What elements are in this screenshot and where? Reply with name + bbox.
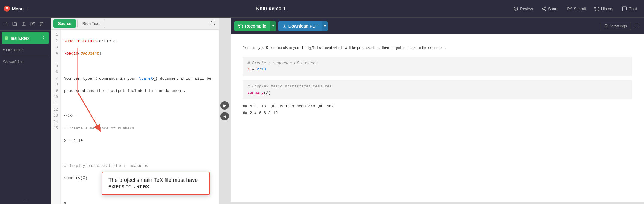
menu-logo-icon (4, 5, 10, 12)
preview-code-comment-1: # Create a sequence of numbers (247, 60, 627, 67)
delete-button[interactable] (38, 20, 46, 28)
recompile-button-group: Recompile ▾ (234, 21, 276, 31)
file-icon (5, 36, 9, 40)
tooltip-extension: .Rtex (133, 184, 149, 190)
edit-button[interactable] (29, 20, 37, 28)
file-outline-toggle[interactable]: ▾ File outline (3, 48, 48, 52)
tooltip-text: The project's main TeX file must have ex… (108, 177, 198, 189)
main-file-item[interactable]: main.Rtex ⋮ (2, 32, 49, 44)
submit-icon (567, 6, 572, 11)
open-file-button[interactable] (11, 20, 19, 28)
output-line-1: ## Min. 1st Qu. Median Mean 3rd Qu. Max. (243, 103, 632, 110)
new-file-icon (3, 22, 8, 26)
code-line-13: @ (64, 200, 215, 204)
view-logs-button[interactable]: View logs (601, 22, 631, 30)
open-folder-icon (12, 22, 17, 26)
tab-source[interactable]: Source (53, 19, 76, 28)
panel-divider[interactable]: ▶ ◀ (219, 18, 231, 204)
submit-button[interactable]: Submit (563, 4, 589, 13)
tab-rich-text[interactable]: Rich Text (77, 19, 105, 28)
download-dropdown-button[interactable]: ▾ (322, 21, 328, 31)
expand-preview-button[interactable]: ⛶ (633, 22, 640, 30)
preview-code-comment-2: # Display basic statistical measures (247, 84, 627, 90)
file-outline-label: File outline (6, 48, 23, 52)
chat-icon (622, 6, 627, 11)
file-context-menu-button[interactable]: ⋮ (40, 35, 46, 41)
output-line-2: ## 2 4 6 6 8 10 (243, 110, 632, 117)
review-icon (513, 6, 518, 11)
code-line-4a: You can type R commands in your \LaTeX{}… (64, 76, 215, 82)
nav-actions: Review Share Submit History Chat (510, 4, 640, 13)
history-button[interactable]: History (591, 4, 617, 13)
editor-toolbar-right: ⛶ (209, 20, 216, 28)
review-button[interactable]: Review (510, 4, 536, 13)
download-button-group: Download PDF ▾ (278, 21, 328, 31)
panel-expand-left-button[interactable]: ◀ (220, 112, 229, 120)
code-line-8: X = 2:10 (64, 138, 215, 144)
recompile-button[interactable]: Recompile (234, 21, 270, 31)
upload-button[interactable] (20, 20, 28, 28)
upload-file-icon (21, 22, 26, 26)
preview-code-line-2: summary(X) (247, 90, 627, 96)
trash-icon (39, 22, 44, 26)
preview-paragraph: You can type R commands in your LATEX do… (243, 43, 632, 52)
menu-label: Menu (12, 6, 24, 11)
sidebar-scroll-dots: · · · (0, 198, 51, 204)
code-line-5 (64, 101, 215, 107)
code-line-2: \begin{document} (64, 51, 215, 57)
preview-code-block-2: # Display basic statistical measures sum… (243, 80, 632, 100)
new-file-button[interactable] (2, 20, 10, 28)
line-numbers: 1 2 3 4 5 6 7 8 9 10 11 12 13 14 15 (51, 30, 61, 204)
main-area: main.Rtex ⋮ ▾ File outline We can't find… (0, 18, 644, 204)
recompile-icon (238, 24, 243, 28)
tooltip-overlay: The project's main TeX file must have ex… (102, 172, 210, 195)
code-line-6: <<>>= (64, 113, 215, 119)
upload-icon[interactable]: ↑ (26, 5, 32, 12)
code-line-10: # Display basic statistical measures (64, 163, 215, 169)
file-name: main.Rtex (11, 36, 29, 40)
download-pdf-button[interactable]: Download PDF (278, 21, 322, 31)
expand-editor-button[interactable]: ⛶ (209, 20, 216, 28)
code-line-4b: processed and their output included in t… (64, 88, 215, 94)
chat-button[interactable]: Chat (618, 4, 640, 13)
preview-output: ## Min. 1st Qu. Median Mean 3rd Qu. Max.… (243, 103, 632, 116)
preview-scrollbar[interactable] (231, 202, 644, 204)
app-title: Knitr demo 1 (32, 6, 510, 11)
editor-panel: Source Rich Text ⛶ 1 2 3 4 5 6 7 8 9 (51, 18, 219, 204)
code-line-3 (64, 63, 215, 69)
svg-point-3 (545, 7, 546, 7)
chevron-down-icon: ▾ (3, 48, 5, 52)
recompile-dropdown-button[interactable]: ▾ (270, 21, 276, 31)
preview-code-block-1: # Create a sequence of numbers X = 2:10 (243, 57, 632, 76)
svg-line-5 (544, 7, 545, 8)
code-line-1: \documentclass{article} (64, 38, 215, 45)
svg-point-4 (545, 10, 546, 11)
download-icon (282, 24, 287, 28)
preview-code-line-1: X = 2:10 (247, 67, 627, 73)
file-outline-section: ▾ File outline (0, 46, 51, 55)
preview-panel: Recompile ▾ Download PDF ▾ View logs ⛶ Y (231, 18, 644, 204)
share-button[interactable]: Share (538, 4, 562, 13)
sidebar: main.Rtex ⋮ ▾ File outline We can't find… (0, 18, 51, 204)
top-nav: Menu ↑ Knitr demo 1 Review Share Submit … (0, 0, 644, 18)
panel-expand-right-button[interactable]: ▶ (220, 101, 229, 110)
share-icon (541, 6, 547, 11)
preview-content: You can type R commands in your LATEX do… (231, 34, 644, 202)
history-icon (594, 6, 600, 11)
preview-toolbar: Recompile ▾ Download PDF ▾ View logs ⛶ (231, 18, 644, 34)
edit-icon (30, 22, 35, 26)
editor-tab-bar: Source Rich Text ⛶ (51, 18, 219, 30)
svg-line-6 (544, 9, 545, 10)
sidebar-bottom-text: We can't find (0, 57, 51, 66)
menu-button[interactable]: Menu (4, 5, 24, 12)
logs-icon (604, 24, 609, 28)
code-line-7: # Create a sequence of numbers (64, 126, 215, 132)
code-line-9 (64, 150, 215, 157)
